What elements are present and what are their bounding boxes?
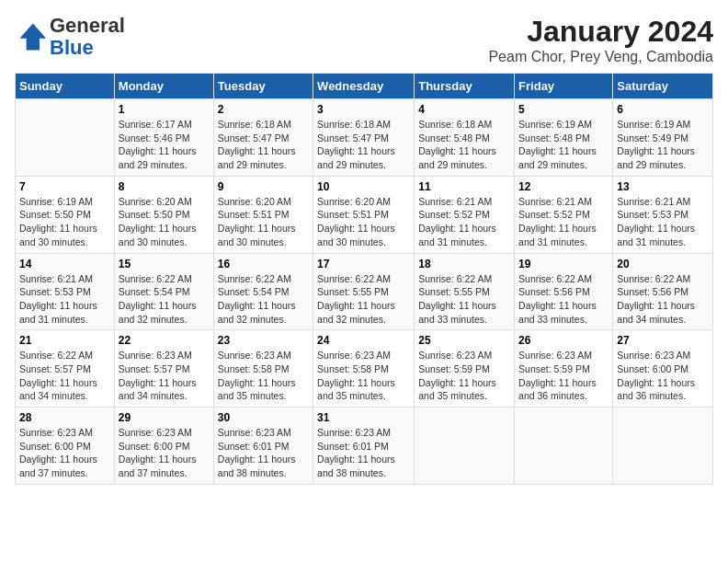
calendar-cell: 10Sunrise: 6:20 AMSunset: 5:51 PMDayligh… xyxy=(313,176,415,253)
day-number: 20 xyxy=(617,258,709,270)
logo: General Blue xyxy=(15,15,125,59)
day-info: Sunrise: 6:23 AMSunset: 5:57 PMDaylight:… xyxy=(119,349,210,403)
day-info: Sunrise: 6:22 AMSunset: 5:55 PMDaylight:… xyxy=(317,272,410,327)
day-info: Sunrise: 6:23 AMSunset: 6:00 PMDaylight:… xyxy=(119,426,210,480)
day-info: Sunrise: 6:21 AMSunset: 5:53 PMDaylight:… xyxy=(617,195,709,249)
day-info: Sunrise: 6:22 AMSunset: 5:54 PMDaylight:… xyxy=(119,272,210,327)
day-info: Sunrise: 6:23 AMSunset: 5:59 PMDaylight:… xyxy=(418,349,510,403)
day-number: 23 xyxy=(218,334,309,347)
day-info: Sunrise: 6:23 AMSunset: 6:00 PMDaylight:… xyxy=(19,426,110,480)
day-number: 29 xyxy=(119,411,210,424)
day-number: 14 xyxy=(19,258,110,270)
calendar-cell: 26Sunrise: 6:23 AMSunset: 5:59 PMDayligh… xyxy=(515,330,613,408)
day-number: 24 xyxy=(317,334,410,347)
day-number: 22 xyxy=(119,334,210,347)
column-header-tuesday: Tuesday xyxy=(213,74,313,99)
day-number: 4 xyxy=(418,103,510,116)
calendar-cell: 20Sunrise: 6:22 AMSunset: 5:56 PMDayligh… xyxy=(613,253,713,330)
day-number: 18 xyxy=(418,258,510,270)
calendar-cell: 22Sunrise: 6:23 AMSunset: 5:57 PMDayligh… xyxy=(114,330,213,408)
calendar-week-row: 28Sunrise: 6:23 AMSunset: 6:00 PMDayligh… xyxy=(16,408,713,485)
page-subtitle: Peam Chor, Prey Veng, Cambodia xyxy=(488,49,713,65)
day-number: 25 xyxy=(418,334,510,347)
day-number: 21 xyxy=(19,334,110,347)
day-info: Sunrise: 6:18 AMSunset: 5:47 PMDaylight:… xyxy=(317,118,410,172)
day-number: 19 xyxy=(518,258,609,270)
page-title: January 2024 xyxy=(488,15,713,49)
day-info: Sunrise: 6:22 AMSunset: 5:56 PMDaylight:… xyxy=(518,272,609,327)
day-number: 3 xyxy=(317,103,410,116)
calendar-cell: 5Sunrise: 6:19 AMSunset: 5:48 PMDaylight… xyxy=(515,99,613,177)
calendar-cell xyxy=(613,408,713,485)
day-number: 11 xyxy=(418,180,510,193)
calendar-header-row: SundayMondayTuesdayWednesdayThursdayFrid… xyxy=(16,74,713,99)
day-number: 13 xyxy=(617,180,709,193)
calendar-week-row: 14Sunrise: 6:21 AMSunset: 5:53 PMDayligh… xyxy=(16,253,713,330)
calendar-cell: 18Sunrise: 6:22 AMSunset: 5:55 PMDayligh… xyxy=(415,253,515,330)
day-number: 12 xyxy=(518,180,609,193)
day-info: Sunrise: 6:20 AMSunset: 5:51 PMDaylight:… xyxy=(317,195,410,249)
day-number: 27 xyxy=(617,334,709,347)
calendar-cell: 31Sunrise: 6:23 AMSunset: 6:01 PMDayligh… xyxy=(313,408,415,485)
day-number: 16 xyxy=(218,258,309,270)
day-number: 28 xyxy=(19,411,110,424)
calendar-week-row: 7Sunrise: 6:19 AMSunset: 5:50 PMDaylight… xyxy=(16,176,713,253)
day-info: Sunrise: 6:22 AMSunset: 5:56 PMDaylight:… xyxy=(617,272,709,327)
day-number: 7 xyxy=(19,180,110,193)
column-header-friday: Friday xyxy=(515,74,613,99)
calendar-cell: 21Sunrise: 6:22 AMSunset: 5:57 PMDayligh… xyxy=(16,330,115,408)
calendar-cell: 6Sunrise: 6:19 AMSunset: 5:49 PMDaylight… xyxy=(613,99,713,177)
calendar-cell: 14Sunrise: 6:21 AMSunset: 5:53 PMDayligh… xyxy=(16,253,115,330)
calendar-cell: 1Sunrise: 6:17 AMSunset: 5:46 PMDaylight… xyxy=(114,99,213,177)
day-number: 15 xyxy=(119,258,210,270)
calendar-cell: 29Sunrise: 6:23 AMSunset: 6:00 PMDayligh… xyxy=(114,408,213,485)
calendar-cell: 3Sunrise: 6:18 AMSunset: 5:47 PMDaylight… xyxy=(313,99,415,177)
day-info: Sunrise: 6:18 AMSunset: 5:47 PMDaylight:… xyxy=(218,118,309,172)
calendar-cell: 15Sunrise: 6:22 AMSunset: 5:54 PMDayligh… xyxy=(114,253,213,330)
column-header-monday: Monday xyxy=(114,74,213,99)
calendar-cell: 25Sunrise: 6:23 AMSunset: 5:59 PMDayligh… xyxy=(415,330,515,408)
calendar-cell: 7Sunrise: 6:19 AMSunset: 5:50 PMDaylight… xyxy=(16,176,115,253)
day-info: Sunrise: 6:23 AMSunset: 5:58 PMDaylight:… xyxy=(218,349,309,403)
day-info: Sunrise: 6:19 AMSunset: 5:48 PMDaylight:… xyxy=(518,118,609,172)
day-info: Sunrise: 6:23 AMSunset: 6:01 PMDaylight:… xyxy=(218,426,309,480)
logo-line1: General xyxy=(50,14,125,37)
calendar-cell xyxy=(16,99,115,177)
page-header: General Blue January 2024 Peam Chor, Pre… xyxy=(15,15,713,65)
day-info: Sunrise: 6:22 AMSunset: 5:57 PMDaylight:… xyxy=(19,349,110,403)
day-info: Sunrise: 6:19 AMSunset: 5:50 PMDaylight:… xyxy=(19,195,110,249)
calendar-cell: 4Sunrise: 6:18 AMSunset: 5:48 PMDaylight… xyxy=(415,99,515,177)
calendar-cell: 11Sunrise: 6:21 AMSunset: 5:52 PMDayligh… xyxy=(415,176,515,253)
calendar-cell: 2Sunrise: 6:18 AMSunset: 5:47 PMDaylight… xyxy=(213,99,313,177)
calendar-cell: 16Sunrise: 6:22 AMSunset: 5:54 PMDayligh… xyxy=(213,253,313,330)
day-number: 1 xyxy=(119,103,210,116)
column-header-sunday: Sunday xyxy=(16,74,115,99)
calendar-cell: 27Sunrise: 6:23 AMSunset: 6:00 PMDayligh… xyxy=(613,330,713,408)
calendar-cell: 23Sunrise: 6:23 AMSunset: 5:58 PMDayligh… xyxy=(213,330,313,408)
day-number: 31 xyxy=(317,411,410,424)
day-number: 2 xyxy=(218,103,309,116)
day-info: Sunrise: 6:21 AMSunset: 5:52 PMDaylight:… xyxy=(418,195,510,249)
day-info: Sunrise: 6:22 AMSunset: 5:54 PMDaylight:… xyxy=(218,272,309,327)
calendar-table: SundayMondayTuesdayWednesdayThursdayFrid… xyxy=(15,73,713,485)
calendar-week-row: 21Sunrise: 6:22 AMSunset: 5:57 PMDayligh… xyxy=(16,330,713,408)
calendar-cell: 17Sunrise: 6:22 AMSunset: 5:55 PMDayligh… xyxy=(313,253,415,330)
logo-text: General Blue xyxy=(50,15,125,59)
calendar-cell: 12Sunrise: 6:21 AMSunset: 5:52 PMDayligh… xyxy=(515,176,613,253)
calendar-cell: 24Sunrise: 6:23 AMSunset: 5:58 PMDayligh… xyxy=(313,330,415,408)
day-number: 26 xyxy=(518,334,609,347)
day-info: Sunrise: 6:20 AMSunset: 5:50 PMDaylight:… xyxy=(119,195,210,249)
day-info: Sunrise: 6:17 AMSunset: 5:46 PMDaylight:… xyxy=(119,118,210,172)
calendar-cell xyxy=(415,408,515,485)
day-info: Sunrise: 6:18 AMSunset: 5:48 PMDaylight:… xyxy=(418,118,510,172)
logo-icon xyxy=(15,20,48,53)
day-info: Sunrise: 6:23 AMSunset: 6:00 PMDaylight:… xyxy=(617,349,709,403)
day-number: 9 xyxy=(218,180,309,193)
logo-line2: Blue xyxy=(50,36,94,59)
calendar-cell: 28Sunrise: 6:23 AMSunset: 6:00 PMDayligh… xyxy=(16,408,115,485)
day-info: Sunrise: 6:23 AMSunset: 5:58 PMDaylight:… xyxy=(317,349,410,403)
column-header-saturday: Saturday xyxy=(613,74,713,99)
calendar-cell: 8Sunrise: 6:20 AMSunset: 5:50 PMDaylight… xyxy=(114,176,213,253)
day-number: 5 xyxy=(518,103,609,116)
day-number: 6 xyxy=(617,103,709,116)
